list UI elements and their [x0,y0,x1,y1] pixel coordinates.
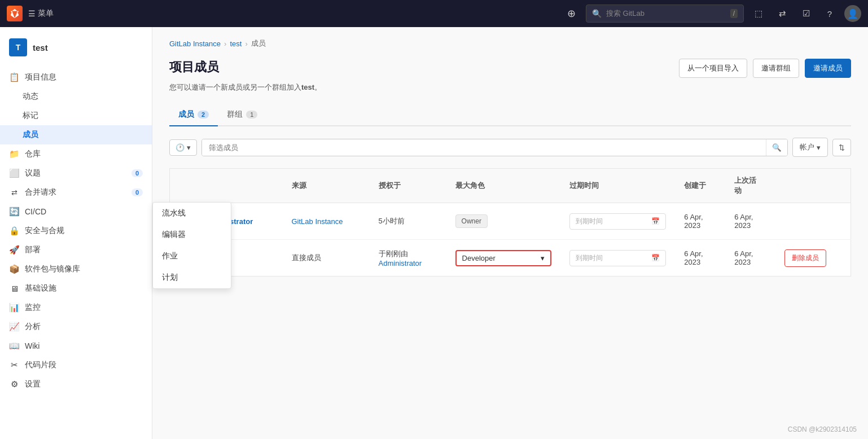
sidebar-item-issues[interactable]: ⬜ 议题 0 [0,164,152,183]
menu-button[interactable]: ☰ 菜单 [28,8,54,19]
filter-search-button[interactable]: 🔍 [766,139,787,156]
page-title: 项目成员 [169,59,219,76]
sidebar-item-members[interactable]: 成员 [0,125,152,144]
sidebar-item-activity[interactable]: 动态 [0,87,152,106]
breadcrumb-gitlab-instance[interactable]: GitLab Instance [169,39,221,48]
search-shortcut: / [730,9,738,18]
footer-note: CSDN @k2902314105 [788,425,857,433]
security-label: 安全与合规 [25,226,64,236]
activity-label: 动态 [23,91,38,102]
breadcrumb-members: 成员 [251,38,266,49]
sidebar-item-analytics[interactable]: 📈 分析 [0,317,152,336]
plus-icon: ⊕ [567,7,576,20]
sort-icon: ⇅ [839,143,845,152]
code-icon: ⬚ [755,8,762,19]
user-avatar[interactable]: 👤 [844,5,861,22]
remove-member-button[interactable]: 删除成员 [784,249,826,267]
security-icon: 🔒 [9,226,19,236]
sidebar-item-project-info[interactable]: 📋 项目信息 [0,68,152,87]
breadcrumb-sep-2: › [245,39,247,48]
sidebar-item-security[interactable]: 🔒 安全与合规 [0,221,152,240]
role-dropdown-developer[interactable]: Developer ▾ [455,250,552,266]
issues-badge: 0 [131,169,143,177]
breadcrumb-test[interactable]: test [230,39,242,48]
tab-groups-badge: 1 [246,111,257,118]
header-actions: 从一个项目导入 邀请群组 邀请成员 [679,59,851,78]
sidebar-item-cicd[interactable]: 🔄 CI/CD [0,202,152,221]
wiki-label: Wiki [25,341,40,350]
role-badge-owner: Owner [455,214,488,228]
cicd-menu-pipeline[interactable]: 流水线 [153,203,231,224]
cicd-dropdown: 流水线 编辑器 作业 计划 [152,202,231,289]
merge-icon: ⇄ [779,8,786,19]
hamburger-icon: ☰ [28,9,36,18]
cicd-menu-schedule[interactable]: 计划 [153,267,231,288]
repository-label: 仓库 [25,149,41,159]
sidebar-item-label: 项目信息 [25,72,56,82]
page-layout: T test 📋 项目信息 动态 标记 成员 📁 仓库 ⬜ [0,27,868,439]
snippets-label: 代码片段 [25,360,56,370]
filter-history-button[interactable]: 🕐 ▾ [169,139,197,156]
cicd-label: CI/CD [25,207,46,216]
top-navigation: ☰ 菜单 ⊕ 🔍 搜索 GitLab / ⬚ ⇄ ☑ ? 👤 [0,0,868,27]
tab-members[interactable]: 成员 2 [169,104,218,126]
sidebar-item-merge-requests[interactable]: ⇄ 合并请求 0 [0,183,152,202]
tab-groups[interactable]: 群组 1 [218,104,266,126]
help-button[interactable]: ? [821,5,839,23]
analytics-icon: 📈 [9,322,19,332]
project-header[interactable]: T test [0,33,152,64]
sidebar-item-infrastructure[interactable]: 🖥 基础设施 [0,279,152,298]
merge-requests-nav-button[interactable]: ⇄ [773,5,791,23]
import-from-project-button[interactable]: 从一个项目导入 [679,59,747,78]
search-bar[interactable]: 🔍 搜索 GitLab / [586,5,744,23]
sidebar-item-labels[interactable]: 标记 [0,106,152,125]
breadcrumb: GitLab Instance › test › 成员 [169,38,851,49]
members-label: 成员 [23,130,38,140]
filter-input[interactable] [202,139,766,156]
sidebar-item-wiki[interactable]: 📖 Wiki [0,336,152,355]
sidebar-item-settings[interactable]: ⚙ 设置 [0,375,152,394]
invite-member-button[interactable]: 邀请成员 [805,59,851,78]
cicd-menu-editor[interactable]: 编辑器 [153,224,231,245]
sidebar-item-repository[interactable]: 📁 仓库 [0,144,152,164]
packages-label: 软件包与镜像库 [25,264,80,274]
settings-label: 设置 [25,379,41,389]
sidebar-item-snippets[interactable]: ✂ 代码片段 [0,355,152,375]
monitor-label: 监控 [25,302,41,313]
filter-account-button[interactable]: 帐户 ▾ [792,138,828,157]
sidebar-item-deployments[interactable]: 🚀 部署 [0,240,152,260]
sidebar-item-monitor[interactable]: 📊 监控 [0,298,152,317]
deployments-icon: 🚀 [9,245,19,255]
merge-requests-label: 合并请求 [25,187,56,197]
calendar-icon-1: 📅 [651,217,660,225]
col-role: 最大角色 [446,169,561,203]
authorized-by-link[interactable]: Administrator [379,259,422,267]
expiry-placeholder-2: 到期时间 [576,253,603,263]
merge-requests-icon: ⇄ [9,188,19,197]
code-owner-button[interactable]: ⬚ [749,5,768,23]
cicd-icon: 🔄 [9,207,19,217]
page-header: 项目成员 从一个项目导入 邀请群组 邀请成员 [169,59,851,78]
avatar-icon: 👤 [847,8,858,19]
todo-icon: ☑ [803,8,810,19]
source-link-gitlab-instance[interactable]: GitLab Instance [292,217,343,226]
filter-sort-button[interactable]: ⇅ [832,139,851,156]
labels-label: 标记 [23,111,38,121]
filter-bar: 🕐 ▾ 🔍 帐户 ▾ ⇅ [169,138,851,157]
project-avatar: T [9,38,27,56]
table-body: A Administrator GitLab Instance 5小时前 Ow [170,203,851,276]
last-activity-1: 6 Apr,2023 [734,213,753,230]
expiry-field-2[interactable]: 到期时间 📅 [569,250,666,266]
expiry-field-1[interactable]: 到期时间 📅 [569,213,666,230]
sidebar-item-packages[interactable]: 📦 软件包与镜像库 [0,260,152,279]
table-row: q qzl @qzl 直接成员 于刚刚由Administrator [170,240,851,276]
gitlab-logo[interactable] [7,6,23,21]
tab-members-label: 成员 [178,109,194,120]
todos-button[interactable]: ☑ [797,5,815,23]
col-created: 创建于 [675,169,725,203]
issues-icon: ⬜ [9,168,19,178]
new-item-button[interactable]: ⊕ [562,5,580,23]
invite-group-button[interactable]: 邀请群组 [753,59,799,78]
cicd-menu-jobs[interactable]: 作业 [153,245,231,267]
wiki-icon: 📖 [9,341,19,351]
